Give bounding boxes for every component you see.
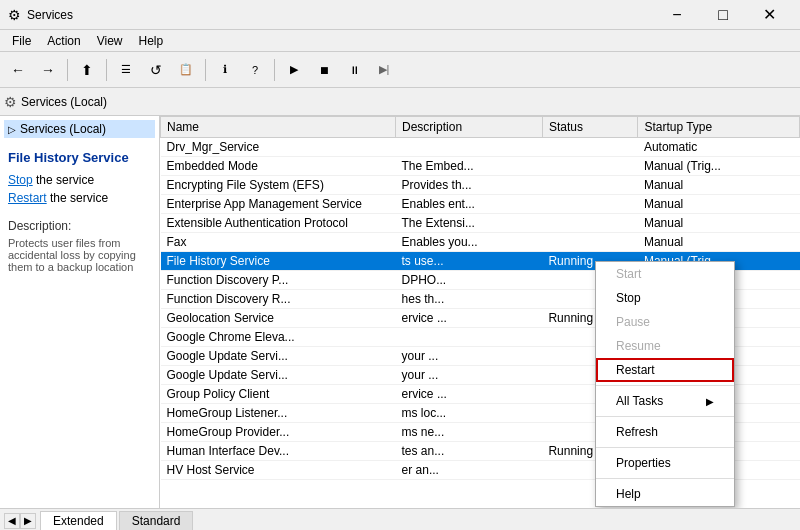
cell-name: Google Update Servi...	[161, 347, 396, 366]
cell-description: your ...	[396, 366, 543, 385]
address-bar-text: Services (Local)	[21, 95, 107, 109]
context-menu-all-tasks-label: All Tasks	[616, 394, 663, 408]
context-menu-start-label: Start	[616, 267, 641, 281]
cell-status	[542, 176, 637, 195]
context-menu-resume-label: Resume	[616, 339, 661, 353]
cell-startup: Manual	[638, 233, 800, 252]
toolbar-separator-1	[67, 59, 68, 81]
scroll-right-button[interactable]: ▶	[20, 513, 36, 529]
context-menu-help-label: Help	[616, 487, 641, 501]
context-menu-pause[interactable]: Pause	[596, 310, 734, 334]
title-bar: ⚙ Services − □ ✕	[0, 0, 800, 30]
restart-service-link[interactable]: Restart	[8, 191, 47, 205]
toolbar-separator-4	[274, 59, 275, 81]
col-header-status[interactable]: Status	[542, 117, 637, 138]
maximize-button[interactable]: □	[700, 0, 746, 30]
table-row[interactable]: Drv_Mgr_ServiceAutomatic	[161, 138, 800, 157]
table-row[interactable]: Embedded ModeThe Embed...Manual (Trig...	[161, 157, 800, 176]
context-menu-sep-4	[596, 478, 734, 479]
tab-extended[interactable]: Extended	[40, 511, 117, 531]
properties-button[interactable]: ℹ	[211, 56, 239, 84]
toolbar: ← → ⬆ ☰ ↺ 📋 ℹ ? ▶ ⏹ ⏸ ▶|	[0, 52, 800, 88]
context-menu-refresh[interactable]: Refresh	[596, 420, 734, 444]
context-menu-stop-label: Stop	[616, 291, 641, 305]
context-menu-all-tasks[interactable]: All Tasks ▶	[596, 389, 734, 413]
refresh-button[interactable]: ↺	[142, 56, 170, 84]
cell-description: ervice ...	[396, 309, 543, 328]
cell-status	[542, 233, 637, 252]
cell-name: Human Interface Dev...	[161, 442, 396, 461]
cell-name: Geolocation Service	[161, 309, 396, 328]
cell-description: Provides th...	[396, 176, 543, 195]
show-hide-button[interactable]: ☰	[112, 56, 140, 84]
cell-description: ervice ...	[396, 385, 543, 404]
stop-service-link-container: Stop the service	[8, 173, 151, 187]
stop-service-button[interactable]: ⏹	[310, 56, 338, 84]
scroll-left-button[interactable]: ◀	[4, 513, 20, 529]
cell-description: ms ne...	[396, 423, 543, 442]
context-menu-stop[interactable]: Stop	[596, 286, 734, 310]
tab-standard[interactable]: Standard	[119, 511, 194, 530]
left-panel: ▷ Services (Local) File History Service …	[0, 116, 160, 508]
cell-name: Google Chrome Eleva...	[161, 328, 396, 347]
title-bar-buttons: − □ ✕	[654, 0, 792, 30]
cell-description: The Extensi...	[396, 214, 543, 233]
stop-service-text: the service	[36, 173, 94, 187]
minimize-button[interactable]: −	[654, 0, 700, 30]
context-menu-start[interactable]: Start	[596, 262, 734, 286]
cell-startup: Manual (Trig...	[638, 157, 800, 176]
tree-item-services[interactable]: ▷ Services (Local)	[4, 120, 155, 138]
stop-service-link[interactable]: Stop	[8, 173, 33, 187]
cell-startup: Automatic	[638, 138, 800, 157]
menu-file[interactable]: File	[4, 32, 39, 50]
cell-description: your ...	[396, 347, 543, 366]
context-menu-sep-2	[596, 416, 734, 417]
menu-help[interactable]: Help	[131, 32, 172, 50]
context-menu-sep-1	[596, 385, 734, 386]
restart-service-button[interactable]: ▶|	[370, 56, 398, 84]
menu-view[interactable]: View	[89, 32, 131, 50]
col-header-name[interactable]: Name	[161, 117, 396, 138]
tree-arrow: ▷	[8, 124, 16, 135]
context-menu-restart[interactable]: Restart	[596, 358, 734, 382]
cell-name: Encrypting File System (EFS)	[161, 176, 396, 195]
col-header-startup[interactable]: Startup Type	[638, 117, 800, 138]
cell-name: File History Service	[161, 252, 396, 271]
title-bar-icon: ⚙	[8, 7, 21, 23]
cell-name: Fax	[161, 233, 396, 252]
context-menu-properties[interactable]: Properties	[596, 451, 734, 475]
menu-action[interactable]: Action	[39, 32, 88, 50]
help-button[interactable]: ?	[241, 56, 269, 84]
context-menu-properties-label: Properties	[616, 456, 671, 470]
cell-description	[396, 138, 543, 157]
start-service-button[interactable]: ▶	[280, 56, 308, 84]
cell-description	[396, 328, 543, 347]
table-row[interactable]: Extensible Authentication ProtocolThe Ex…	[161, 214, 800, 233]
toolbar-separator-2	[106, 59, 107, 81]
cell-name: Group Policy Client	[161, 385, 396, 404]
back-button[interactable]: ←	[4, 56, 32, 84]
export-button[interactable]: 📋	[172, 56, 200, 84]
cell-name: Function Discovery R...	[161, 290, 396, 309]
cell-startup: Manual	[638, 214, 800, 233]
cell-description: hes th...	[396, 290, 543, 309]
toolbar-separator-3	[205, 59, 206, 81]
pause-service-button[interactable]: ⏸	[340, 56, 368, 84]
context-menu-resume[interactable]: Resume	[596, 334, 734, 358]
table-row[interactable]: FaxEnables you...Manual	[161, 233, 800, 252]
col-header-description[interactable]: Description	[396, 117, 543, 138]
cell-startup: Manual	[638, 195, 800, 214]
table-row[interactable]: Encrypting File System (EFS)Provides th.…	[161, 176, 800, 195]
context-menu-help[interactable]: Help	[596, 482, 734, 506]
table-row[interactable]: Enterprise App Management ServiceEnables…	[161, 195, 800, 214]
forward-button[interactable]: →	[34, 56, 62, 84]
cell-name: HV Host Service	[161, 461, 396, 480]
close-button[interactable]: ✕	[746, 0, 792, 30]
main-container: ▷ Services (Local) File History Service …	[0, 116, 800, 508]
cell-name: Google Update Servi...	[161, 366, 396, 385]
up-button[interactable]: ⬆	[73, 56, 101, 84]
restart-service-text: the service	[50, 191, 108, 205]
restart-service-link-container: Restart the service	[8, 191, 151, 205]
cell-description: tes an...	[396, 442, 543, 461]
address-bar: ⚙ Services (Local)	[0, 88, 800, 116]
